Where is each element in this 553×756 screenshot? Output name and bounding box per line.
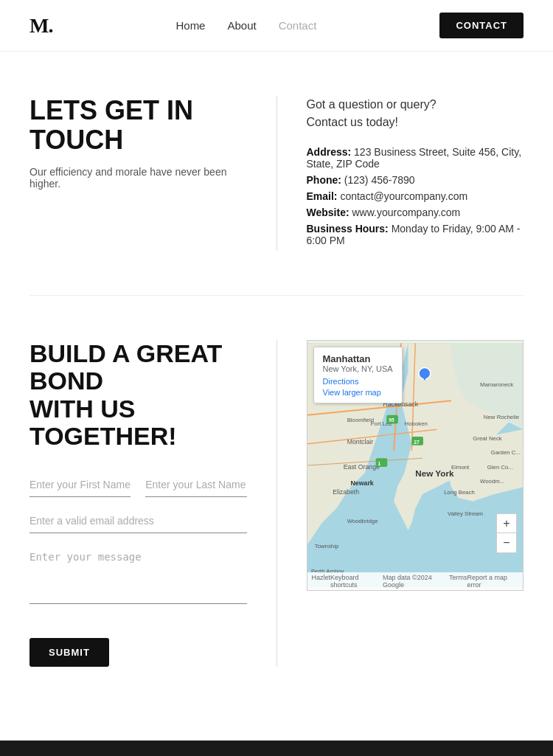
zoom-in-button[interactable]: + (497, 514, 516, 533)
phone-value: (123) 456-7890 (344, 174, 415, 186)
message-row (29, 545, 247, 619)
svg-text:New York: New York (415, 468, 454, 478)
nav-contact-button[interactable]: CONTACT (439, 13, 524, 38)
nav-links: Home About Contact (175, 19, 316, 32)
svg-text:Elmont: Elmont (451, 464, 470, 471)
form-map-section: BUILD A GREAT BOND WITH US TOGETHER! SUB… (0, 296, 553, 711)
contact-info-section: LETS GET IN TOUCH Our efficiency and mor… (0, 52, 553, 295)
svg-text:Newark: Newark (350, 479, 373, 487)
svg-text:Garden C...: Garden C... (490, 449, 520, 456)
place-sub: New York, NY, USA (323, 364, 393, 373)
svg-text:Mamaroneck: Mamaroneck (480, 381, 513, 388)
logo: M. (29, 14, 52, 38)
tagline-line2: Contact us today! (307, 116, 399, 128)
first-name-input[interactable] (29, 473, 131, 497)
svg-text:Woodm...: Woodm... (480, 478, 504, 485)
email-row: Email: contact@yourcompany.com (307, 190, 524, 202)
nav-about[interactable]: About (227, 19, 256, 32)
name-row (29, 473, 247, 497)
svg-text:Glen Co...: Glen Co... (487, 464, 512, 471)
svg-text:95: 95 (389, 418, 394, 423)
svg-text:Hoboken: Hoboken (404, 420, 427, 427)
map-footer-hazlet: Hazlet (312, 574, 331, 589)
svg-text:Elizabeth: Elizabeth (333, 488, 359, 496)
map-container[interactable]: Hackensack Fort Lee Montclair East Orang… (307, 340, 524, 591)
svg-text:1: 1 (378, 461, 380, 466)
map-side: Hackensack Fort Lee Montclair East Orang… (277, 340, 524, 667)
email-value: contact@yourcompany.com (340, 190, 467, 202)
tagline-line1: Got a question or query? (307, 98, 437, 111)
svg-text:Long Beach: Long Beach (444, 489, 475, 496)
map-zoom-controls: + − (496, 513, 517, 553)
section-right: Got a question or query? Contact us toda… (277, 96, 524, 251)
svg-text:27: 27 (414, 440, 420, 445)
svg-text:Valley Stream: Valley Stream (448, 510, 483, 517)
svg-text:Great Neck: Great Neck (473, 435, 502, 442)
email-label: Email: (307, 190, 338, 202)
place-name: Manhattan (323, 353, 393, 364)
map-footer-shortcuts: Keyboard shortcuts (330, 574, 383, 589)
svg-text:Woodbridge: Woodbridge (347, 518, 378, 524)
map-footer: Hazlet Keyboard shortcuts Map data ©2024… (307, 572, 524, 590)
website-row: Website: www.yourcompany.com (307, 207, 524, 218)
main-subheading: Our efficiency and morale have never bee… (29, 166, 247, 190)
svg-text:New Rochelle: New Rochelle (483, 414, 518, 420)
form-side: BUILD A GREAT BOND WITH US TOGETHER! SUB… (29, 340, 277, 667)
message-textarea[interactable] (29, 545, 247, 604)
svg-text:Montclair: Montclair (347, 438, 373, 445)
svg-text:Bloomfield: Bloomfield (347, 417, 373, 424)
hours-label: Business Hours: (307, 223, 389, 235)
submit-button[interactable]: SUBMIT (29, 638, 109, 667)
footer: M. ADDRESS 123 Business Street, Suite 45… (0, 741, 553, 756)
svg-text:East Orange: East Orange (343, 463, 379, 471)
view-larger-link[interactable]: View larger map (323, 388, 393, 397)
website-label: Website: (307, 207, 349, 218)
form-heading: BUILD A GREAT BOND WITH US TOGETHER! (29, 340, 247, 451)
zoom-out-button[interactable]: − (497, 533, 516, 552)
svg-text:Township: Township (314, 543, 338, 549)
address-label: Address: (307, 146, 352, 158)
map-footer-report: Report a map error (467, 574, 518, 589)
navbar: M. Home About Contact CONTACT (0, 0, 553, 52)
website-value: www.yourcompany.com (352, 207, 460, 218)
nav-home[interactable]: Home (175, 19, 205, 32)
directions-link[interactable]: Directions (323, 377, 359, 386)
last-name-input[interactable] (145, 473, 246, 497)
address-row: Address: 123 Business Street, Suite 456,… (307, 146, 524, 170)
section-left: LETS GET IN TOUCH Our efficiency and mor… (29, 96, 277, 251)
map-footer-data: Map data ©2024 Google (383, 574, 449, 589)
phone-row: Phone: (123) 456-7890 (307, 174, 524, 186)
email-row-form (29, 509, 247, 533)
email-input[interactable] (29, 509, 247, 533)
main-heading: LETS GET IN TOUCH (29, 96, 247, 154)
map-footer-terms: Terms (449, 574, 467, 589)
tagline: Got a question or query? Contact us toda… (307, 96, 524, 131)
map-popup: Manhattan New York, NY, USA Directions V… (313, 347, 403, 403)
phone-label: Phone: (307, 174, 341, 186)
hours-row: Business Hours: Monday to Friday, 9:00 A… (307, 223, 524, 246)
nav-contact[interactable]: Contact (279, 19, 317, 32)
